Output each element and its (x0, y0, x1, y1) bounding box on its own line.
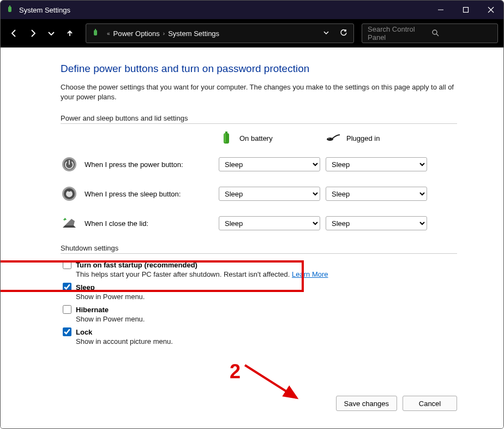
hibernate-checkbox[interactable] (63, 305, 71, 314)
refresh-button[interactable] (339, 28, 348, 39)
row-lid-label: When I close the lid: (85, 219, 219, 228)
hibernate-item: Hibernate Show in Power menu. (63, 305, 457, 323)
sleep-button-icon (61, 185, 78, 202)
svg-line-9 (436, 34, 439, 36)
back-button[interactable] (6, 25, 22, 41)
annotation-arrow (245, 365, 305, 409)
cancel-button[interactable]: Cancel (403, 396, 457, 411)
svg-point-8 (433, 30, 437, 34)
svg-rect-12 (224, 134, 226, 142)
breadcrumb-system-settings[interactable]: System Settings (168, 29, 219, 38)
app-icon (6, 5, 15, 14)
row-power-button: When I press the power button: Sleep Sle… (61, 156, 457, 173)
toolbar: « Power Options › System Settings Search… (1, 19, 503, 47)
sleep-desc: Show in Power menu. (76, 293, 457, 301)
power-button-battery-select[interactable]: Sleep (219, 157, 320, 171)
page-description: Choose the power settings that you want … (61, 82, 457, 102)
svg-rect-3 (464, 8, 469, 13)
lid-icon (61, 214, 78, 232)
col-plugged-in: Plugged in (346, 134, 380, 142)
annotation-box-1 (0, 260, 304, 292)
svg-line-19 (245, 365, 297, 398)
sleep-button-battery-select[interactable]: Sleep (219, 187, 320, 201)
section-shutdown-label: Shutdown settings (61, 244, 457, 254)
svg-rect-7 (95, 29, 96, 30)
chevron-down-icon[interactable] (323, 29, 329, 38)
svg-rect-6 (94, 30, 97, 35)
svg-rect-1 (9, 5, 10, 7)
row-sleep-button-label: When I press the sleep button: (85, 190, 219, 198)
hibernate-label: Hibernate (76, 306, 109, 314)
content-area: Define power buttons and turn on passwor… (1, 47, 503, 428)
svg-point-14 (328, 138, 329, 139)
row-power-button-label: When I press the power button: (85, 160, 219, 169)
maximize-button[interactable] (453, 1, 478, 19)
sleep-button-plugged-select[interactable]: Sleep (326, 187, 427, 201)
page-title: Define power buttons and turn on passwor… (61, 63, 457, 75)
row-sleep-button: When I press the sleep button: Sleep Sle… (61, 185, 457, 202)
up-button[interactable] (62, 25, 78, 41)
breadcrumb-power-options[interactable]: Power Options (113, 29, 160, 38)
hibernate-desc: Show in Power menu. (76, 315, 457, 323)
window-title: System Settings (19, 6, 428, 14)
lid-plugged-select[interactable]: Sleep (326, 216, 427, 230)
power-button-plugged-select[interactable]: Sleep (326, 157, 427, 171)
titlebar: System Settings (1, 1, 503, 19)
row-lid: When I close the lid: Sleep Sleep (61, 214, 457, 232)
battery-icon (92, 28, 100, 39)
col-on-battery: On battery (239, 134, 273, 142)
plug-col-icon (326, 130, 341, 146)
power-button-icon (61, 156, 78, 173)
minimize-button[interactable] (428, 1, 453, 19)
search-input[interactable]: Search Control Panel (362, 23, 498, 43)
annotation-2: 2 (230, 360, 241, 383)
close-button[interactable] (478, 1, 503, 19)
chevron-right-icon: › (163, 31, 165, 37)
battery-col-icon (219, 130, 234, 146)
lock-desc: Show in account picture menu. (76, 337, 457, 345)
section-power-sleep-label: Power and sleep buttons and lid settings (61, 114, 457, 124)
address-bar[interactable]: « Power Options › System Settings (86, 23, 354, 43)
lock-checkbox[interactable] (63, 327, 71, 336)
lock-item: Lock Show in account picture menu. (63, 327, 457, 345)
crumb-sep-icon: « (107, 31, 110, 37)
search-icon (431, 29, 492, 38)
forward-button[interactable] (25, 25, 41, 41)
svg-rect-11 (225, 132, 227, 133)
dialog-buttons: Save changes Cancel (336, 396, 457, 411)
column-headers: On battery Plugged in (61, 130, 457, 146)
lock-label: Lock (76, 328, 92, 336)
recent-dropdown[interactable] (43, 25, 59, 41)
lid-battery-select[interactable]: Sleep (219, 216, 320, 230)
save-button[interactable]: Save changes (336, 396, 397, 411)
search-placeholder: Search Control Panel (368, 25, 428, 41)
svg-rect-0 (8, 7, 11, 12)
